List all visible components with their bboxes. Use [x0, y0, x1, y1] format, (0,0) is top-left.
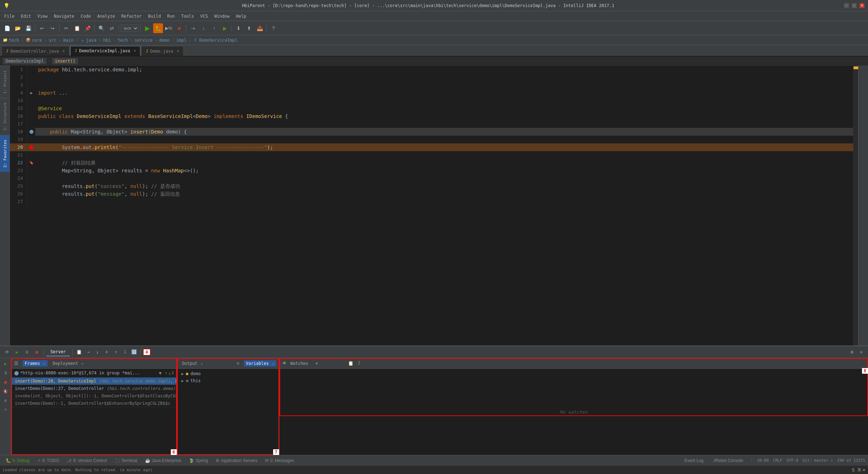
- toolbar-new-btn[interactable]: 📄: [2, 23, 12, 33]
- toolbar-step-over-btn[interactable]: ⇢: [188, 23, 198, 33]
- var-item-this[interactable]: ▶ ≡ this: [177, 377, 279, 384]
- frame-item-2[interactable]: invoke(int, Object, Object[]):-1, DemoCo…: [11, 392, 177, 400]
- structure-tab[interactable]: 2: Structure: [0, 98, 10, 135]
- tab-demo-service-impl-close[interactable]: ✕: [134, 48, 136, 53]
- frame-item-1[interactable]: insertDemo(Demo):27, DemoController (hbi…: [11, 385, 177, 392]
- toolbar-stop-btn[interactable]: ■: [174, 23, 184, 33]
- toolbar-run-config-select[interactable]: tech: [121, 25, 139, 32]
- debug-resume-side-btn[interactable]: ▶: [1, 360, 10, 368]
- nav-impl[interactable]: impl: [176, 38, 187, 43]
- menu-run[interactable]: Run: [164, 13, 178, 20]
- tab-demo-java[interactable]: J Demo.java ✕: [141, 46, 183, 56]
- status-tab-vcs[interactable]: ⎇ 9: Version Control: [64, 457, 109, 464]
- status-tab-todo[interactable]: ✓ 6: TODO: [35, 457, 62, 464]
- watches-up-btn[interactable]: ↑: [330, 360, 337, 367]
- tab-demo-controller-close[interactable]: ✕: [62, 49, 65, 53]
- var-this-toggle[interactable]: ▶: [181, 379, 184, 383]
- status-jrebel-console[interactable]: JRebel Console: [711, 457, 746, 464]
- frame-filter-btn[interactable]: ⫿: [172, 370, 174, 376]
- toolbar-vcs-push-btn[interactable]: 📤: [255, 23, 265, 33]
- toolbar-debug-btn[interactable]: 🐛: [153, 23, 163, 33]
- menu-build[interactable]: Build: [145, 13, 164, 20]
- status-tab-terminal[interactable]: ⬛ Terminal: [112, 457, 140, 464]
- toolbar-resume-btn[interactable]: ▶: [220, 23, 230, 33]
- variables-tab[interactable]: Variables ↔: [244, 360, 276, 367]
- status-tab-messages[interactable]: ✉ 0: Messages: [262, 457, 297, 464]
- menu-analyze[interactable]: Analyze: [94, 13, 118, 20]
- watches-down-btn[interactable]: ↓: [339, 360, 346, 367]
- project-tab[interactable]: 1: Project: [0, 66, 10, 98]
- toolbar-redo-btn[interactable]: ↪: [48, 23, 58, 33]
- watches-jump-btn[interactable]: ⤴: [356, 360, 363, 367]
- nav-hbi[interactable]: hbi: [103, 38, 111, 43]
- debug-resume-btn[interactable]: ▶: [13, 348, 21, 356]
- debug-pause-side-btn[interactable]: ⏸: [1, 369, 10, 377]
- maximize-button[interactable]: □: [852, 3, 857, 8]
- toolbar-undo-btn[interactable]: ↩: [37, 23, 47, 33]
- var-item-demo[interactable]: ▶ ● demo: [177, 370, 279, 377]
- debug-evaluate[interactable]: 🔢: [130, 348, 138, 356]
- method-crumb-method[interactable]: insert(): [52, 58, 78, 64]
- debug-step-out[interactable]: ↑: [112, 348, 120, 356]
- toolbar-step-out-btn[interactable]: ↑: [209, 23, 219, 33]
- nav-service[interactable]: service: [135, 38, 153, 43]
- import-fold-icon[interactable]: ▶: [30, 89, 32, 97]
- menu-refactor[interactable]: Refactor: [119, 13, 145, 20]
- frame-item-0[interactable]: insert(Demo):20, DemoServiceImpl (hbi.te…: [11, 378, 177, 385]
- nav-tech2[interactable]: tech: [117, 38, 128, 43]
- debug-run-to-cursor[interactable]: ⤵: [121, 348, 129, 356]
- frame-item-3[interactable]: insertDemo(Demo):-1, DemoController$$Enh…: [11, 400, 177, 407]
- debug-step-over[interactable]: ⇢: [84, 348, 92, 356]
- debug-stop-side-btn[interactable]: ■: [1, 378, 10, 386]
- nav-java[interactable]: ☕ java: [80, 38, 96, 43]
- menu-window[interactable]: Window: [211, 13, 232, 20]
- menu-file[interactable]: File: [1, 13, 17, 20]
- frame-up-btn[interactable]: ↑: [164, 370, 167, 376]
- watches-copy-btn[interactable]: 📋: [347, 360, 354, 367]
- toolbar-vcs-commit-btn[interactable]: ⬆: [244, 23, 254, 33]
- toolbar-save-btn[interactable]: 💾: [23, 23, 33, 33]
- status-tab-java-enterprise[interactable]: ☕ Java Enterprise: [142, 457, 184, 464]
- menu-vcs[interactable]: VCS: [198, 13, 211, 20]
- debug-rerun-btn[interactable]: ⟳: [3, 348, 11, 356]
- toolbar-replace-btn[interactable]: ⇄: [107, 23, 117, 33]
- toolbar-help-btn[interactable]: ?: [269, 23, 278, 33]
- method-crumb-class[interactable]: DemoServiceImpl: [3, 58, 47, 64]
- toolbar-find-btn[interactable]: 🔍: [96, 23, 106, 33]
- toolbar-open-btn[interactable]: 📂: [13, 23, 23, 33]
- status-tab-spring[interactable]: 🍃 Spring: [186, 457, 211, 464]
- tab-demo-controller[interactable]: J DemoController.java ✕: [1, 46, 70, 56]
- menu-help[interactable]: Help: [233, 13, 249, 20]
- status-event-log[interactable]: Event Log: [682, 457, 706, 464]
- toolbar-copy-btn[interactable]: 📋: [72, 23, 82, 33]
- debug-force-step-into[interactable]: ⬇: [103, 348, 110, 356]
- debug-show-frames[interactable]: 📋: [75, 348, 83, 356]
- debug-rebel-btn[interactable]: ⚡: [1, 405, 10, 414]
- frames-tab[interactable]: Frames ↔: [23, 360, 48, 367]
- menu-edit[interactable]: Edit: [18, 13, 34, 20]
- toolbar-paste-btn[interactable]: 📌: [83, 23, 92, 33]
- status-tab-debug[interactable]: 🐛 5: Debug: [3, 457, 32, 464]
- tab-demo-service-impl[interactable]: J DemoServiceImpl.java ✕: [70, 46, 141, 56]
- thread-selector[interactable]: ⬤ *http-nio-8080-exec-10*@17,674 in grou…: [11, 369, 177, 378]
- var-demo-toggle[interactable]: ▶: [181, 372, 184, 376]
- debug-settings-btn[interactable]: ⚙: [848, 348, 856, 356]
- toolbar-vcs-update-btn[interactable]: ⬇: [234, 23, 243, 33]
- toolbar-coverage-btn[interactable]: ▶%: [164, 23, 174, 33]
- output-tab[interactable]: Output ↔: [180, 360, 205, 367]
- debug-settings-side-btn[interactable]: ⚙: [1, 396, 10, 405]
- tab-demo-java-close[interactable]: ✕: [177, 49, 179, 53]
- close-button[interactable]: ✕: [860, 3, 864, 8]
- menu-view[interactable]: View: [35, 13, 50, 20]
- debug-step-into[interactable]: ↓: [94, 348, 101, 356]
- right-gutter[interactable]: [853, 66, 858, 345]
- menu-code[interactable]: Code: [78, 13, 94, 20]
- watches-remove-btn[interactable]: −: [322, 360, 329, 367]
- nav-src[interactable]: src: [49, 38, 56, 43]
- minimize-button[interactable]: −: [844, 3, 849, 8]
- menu-navigate[interactable]: Navigate: [51, 13, 77, 20]
- debug-mute-btn[interactable]: 🔇: [1, 387, 10, 396]
- favorites-tab[interactable]: 2: Favorites: [0, 135, 10, 172]
- status-tab-app-servers[interactable]: ⚙ Application Servers: [213, 457, 260, 464]
- toolbar-step-into-btn[interactable]: ↓: [199, 23, 209, 33]
